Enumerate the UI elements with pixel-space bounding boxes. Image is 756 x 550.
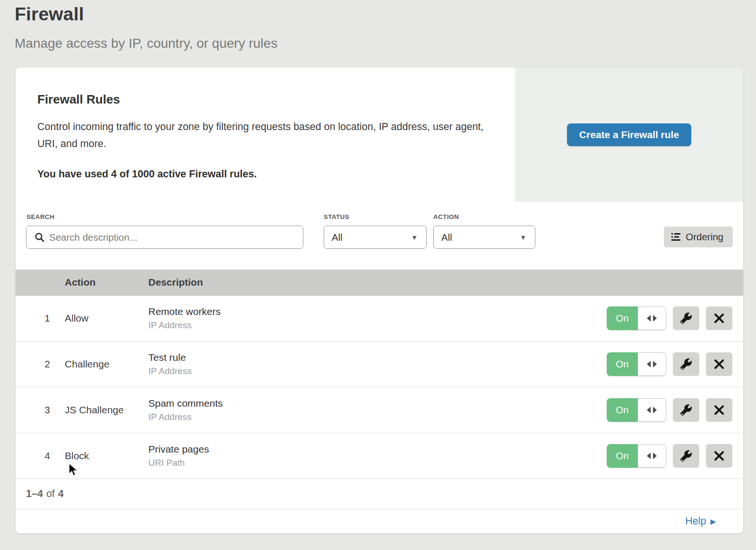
close-icon: [714, 313, 724, 323]
create-firewall-rule-button[interactable]: Create a Firewall rule: [567, 123, 691, 146]
toggle-handle-icon: [638, 398, 666, 422]
toggle-handle-icon: [638, 306, 666, 330]
create-rule-panel: Create a Firewall rule: [515, 68, 743, 202]
intro-description: Control incoming traffic to your zone by…: [37, 118, 486, 152]
intro-usage: You have used 4 of 1000 active Firewall …: [37, 168, 496, 180]
rule-description: Private pages URI Path: [148, 444, 607, 468]
wrench-icon: [680, 358, 692, 370]
action-select[interactable]: All ▼: [433, 226, 535, 249]
toggle-handle-icon: [638, 444, 666, 468]
chevron-down-icon: ▼: [520, 234, 526, 241]
rule-description: Spam comments IP Address: [148, 398, 607, 422]
column-action: Action: [65, 277, 148, 288]
close-icon: [714, 451, 724, 461]
toggle-on-label: On: [607, 306, 638, 330]
search-field[interactable]: [26, 226, 303, 249]
rule-controls: On: [607, 352, 743, 376]
help-bar: Help ▶: [16, 509, 743, 533]
status-label: STATUS: [324, 213, 349, 220]
page-header: Firewall Manage access by IP, country, o…: [15, 4, 277, 51]
delete-rule-button[interactable]: [706, 352, 732, 376]
rule-description: Remote workers IP Address: [148, 306, 607, 331]
rule-toggle[interactable]: On: [607, 444, 666, 468]
help-label: Help: [685, 515, 706, 527]
intro-section: Firewall Rules Control incoming traffic …: [16, 68, 743, 202]
rule-match-type: IP Address: [148, 320, 607, 331]
rule-priority: 4: [16, 450, 65, 462]
table-row: 2 Challenge Test rule IP Address On: [16, 341, 743, 387]
table-row: 3 JS Challenge Spam comments IP Address …: [16, 387, 743, 433]
toggle-on-label: On: [607, 352, 638, 376]
column-description: Description: [148, 277, 743, 288]
rule-description-title: Test rule: [148, 352, 607, 363]
rule-controls: On: [607, 444, 743, 468]
edit-rule-button[interactable]: [673, 444, 699, 468]
rule-match-type: IP Address: [148, 366, 607, 376]
firewall-rules-card: Firewall Rules Control incoming traffic …: [16, 68, 743, 533]
rule-priority: 1: [16, 313, 65, 324]
edit-rule-button[interactable]: [673, 352, 699, 376]
table-row: 1 Allow Remote workers IP Address On: [16, 296, 743, 341]
search-input[interactable]: [49, 226, 303, 248]
page-subtitle: Manage access by IP, country, or query r…: [15, 36, 277, 51]
ordering-label: Ordering: [686, 231, 723, 243]
rule-match-type: IP Address: [148, 412, 607, 422]
action-value: All: [441, 232, 452, 243]
pagination-range: 1–4: [26, 488, 43, 500]
list-icon: [671, 233, 681, 241]
rule-description-title: Spam comments: [148, 398, 607, 409]
table-row: 4 Block Private pages URI Path On: [16, 433, 743, 479]
toggle-on-label: On: [607, 444, 638, 468]
search-label: SEARCH: [26, 213, 54, 220]
rule-toggle[interactable]: On: [607, 398, 666, 422]
intro-heading: Firewall Rules: [37, 92, 496, 107]
chevron-down-icon: ▼: [411, 234, 418, 241]
rule-priority: 3: [16, 404, 65, 416]
rule-action: JS Challenge: [65, 404, 148, 416]
close-icon: [714, 359, 724, 369]
rule-description-title: Private pages: [148, 444, 607, 455]
status-value: All: [332, 232, 343, 243]
page-title: Firewall: [15, 4, 277, 25]
search-icon: [34, 232, 44, 242]
pagination: 1–4 of 4: [16, 479, 743, 509]
intro-text: Firewall Rules Control incoming traffic …: [16, 68, 515, 202]
pagination-total: 4: [58, 488, 64, 500]
close-icon: [714, 405, 724, 415]
ordering-button[interactable]: Ordering: [664, 227, 733, 247]
action-label: ACTION: [433, 213, 459, 220]
delete-rule-button[interactable]: [706, 398, 732, 422]
delete-rule-button[interactable]: [706, 306, 732, 330]
rule-priority: 2: [16, 358, 65, 370]
rule-toggle[interactable]: On: [607, 306, 666, 330]
rule-action: Block: [65, 450, 148, 462]
wrench-icon: [680, 450, 692, 462]
table-header: Action Description: [16, 270, 743, 296]
pagination-of: of: [46, 488, 55, 500]
help-link[interactable]: Help ▶: [685, 515, 716, 527]
delete-rule-button[interactable]: [706, 444, 732, 468]
status-select[interactable]: All ▼: [324, 226, 427, 249]
wrench-icon: [680, 313, 692, 324]
edit-rule-button[interactable]: [673, 306, 699, 330]
rule-description: Test rule IP Address: [148, 352, 607, 376]
rule-description-title: Remote workers: [148, 306, 607, 317]
rule-match-type: URI Path: [148, 458, 607, 468]
toggle-on-label: On: [607, 398, 638, 422]
filters-section: SEARCH STATUS All ▼ ACTION All ▼: [16, 202, 743, 270]
wrench-icon: [680, 404, 692, 416]
rule-action: Challenge: [65, 358, 148, 370]
rule-controls: On: [607, 306, 743, 330]
rule-controls: On: [607, 398, 743, 422]
edit-rule-button[interactable]: [673, 398, 699, 422]
arrow-right-icon: ▶: [710, 517, 716, 526]
rule-toggle[interactable]: On: [607, 352, 666, 376]
rule-action: Allow: [65, 313, 148, 324]
toggle-handle-icon: [638, 352, 666, 376]
